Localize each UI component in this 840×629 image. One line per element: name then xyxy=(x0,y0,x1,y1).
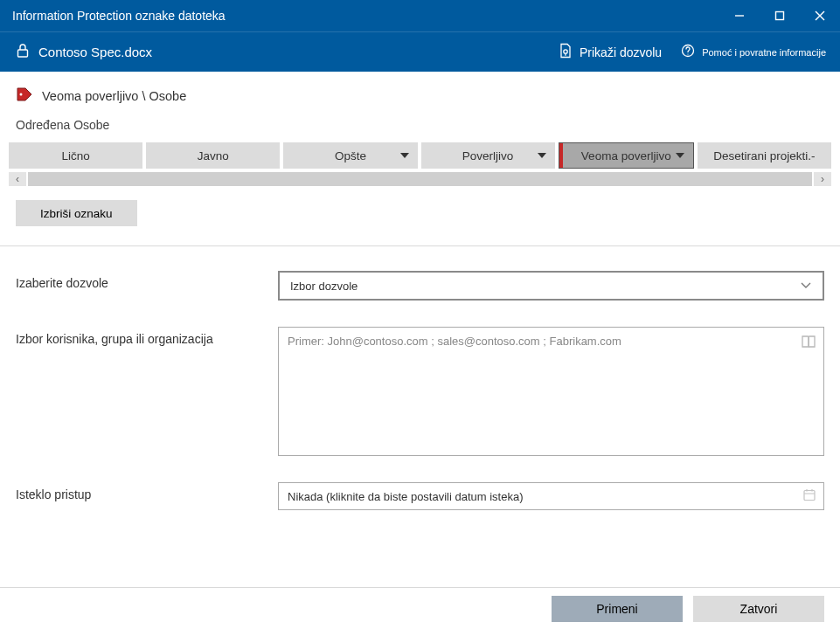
category-bar: Lično Javno Opšte Poverljivo Veoma pover… xyxy=(0,142,840,169)
scroll-track[interactable] xyxy=(28,172,812,186)
svg-point-7 xyxy=(688,53,689,54)
delete-label-button[interactable]: Izbriši oznaku xyxy=(16,200,137,226)
help-feedback-link[interactable]: Pomoć i povratne informacije xyxy=(681,44,826,60)
address-book-icon[interactable] xyxy=(801,335,816,351)
close-button[interactable] xyxy=(800,0,840,31)
category-desetirani-projekti[interactable]: Desetirani projekti.- xyxy=(698,142,831,169)
title-bar: Information Protection oznake datoteka xyxy=(0,0,840,31)
category-label: Veoma poverljivo xyxy=(581,149,671,162)
chevron-down-icon xyxy=(538,153,546,158)
calendar-icon xyxy=(802,488,816,505)
category-label: Desetirani projekti.- xyxy=(713,149,815,162)
category-veoma-poverljivo[interactable]: Veoma poverljivo xyxy=(559,142,694,169)
window-title: Information Protection oznake datoteka xyxy=(12,9,719,23)
minimize-button[interactable] xyxy=(719,0,760,31)
content-area: Veoma poverljivo \ Osobe Određena Osobe … xyxy=(0,72,840,629)
category-label: Opšte xyxy=(335,149,366,162)
category-licno[interactable]: Lično xyxy=(9,142,142,169)
lock-icon xyxy=(16,43,30,61)
chevron-down-icon xyxy=(800,281,812,290)
svg-rect-10 xyxy=(804,491,815,501)
permissions-label: Izaberite dozvole xyxy=(16,271,278,290)
scroll-right-button[interactable]: › xyxy=(814,172,831,186)
category-scroll-strip: ‹ › xyxy=(9,172,831,186)
permissions-form: Izaberite dozvole Izbor dozvole Izbor ko… xyxy=(0,246,840,519)
svg-point-5 xyxy=(564,50,567,53)
current-label-text: Veoma poverljivo \ Osobe xyxy=(42,89,186,103)
help-icon xyxy=(681,44,695,60)
delete-label-row: Izbriši oznaku xyxy=(0,186,840,240)
header-bar: Contoso Spec.docx Prikaži dozvolu Pomo xyxy=(0,31,840,72)
category-label: Javno xyxy=(198,149,229,162)
category-label: Lično xyxy=(61,149,89,162)
section-title: Određena Osobe xyxy=(0,114,840,142)
tag-icon xyxy=(16,86,33,106)
expire-input[interactable]: Nikada (kliknite da biste postavili datu… xyxy=(278,482,824,510)
scroll-left-button[interactable]: ‹ xyxy=(9,172,26,186)
show-permission-label: Prikaži dozvolu xyxy=(580,45,662,59)
chevron-down-icon xyxy=(676,153,684,158)
svg-point-8 xyxy=(20,93,23,96)
svg-rect-4 xyxy=(18,50,28,57)
apply-button[interactable]: Primeni xyxy=(552,596,683,622)
help-feedback-label: Pomoć i povratne informacije xyxy=(702,47,826,58)
svg-rect-1 xyxy=(776,12,784,20)
chevron-down-icon xyxy=(400,153,409,158)
footer: Primeni Zatvori xyxy=(0,587,840,629)
show-permission-link[interactable]: Prikaži dozvolu xyxy=(559,43,662,61)
expire-label: Isteklo pristup xyxy=(16,482,278,501)
category-label: Poverljivo xyxy=(462,149,514,162)
category-javno[interactable]: Javno xyxy=(146,142,280,169)
maximize-button[interactable] xyxy=(760,0,800,31)
document-permission-icon xyxy=(559,43,573,61)
expire-value: Nikada (kliknite da biste postavili datu… xyxy=(288,490,524,503)
users-label: Izbor korisnika, grupa ili organizacija xyxy=(16,327,278,346)
category-poverljivo[interactable]: Poverljivo xyxy=(421,142,555,169)
users-input[interactable] xyxy=(279,328,823,455)
permissions-select[interactable]: Izbor dozvole xyxy=(278,271,824,301)
close-dialog-button[interactable]: Zatvori xyxy=(693,596,824,622)
permissions-select-value: Izbor dozvole xyxy=(290,280,358,293)
category-opste[interactable]: Opšte xyxy=(283,142,417,169)
spacer xyxy=(0,519,840,587)
current-label-row: Veoma poverljivo \ Osobe xyxy=(0,72,840,114)
window: Information Protection oznake datoteka C… xyxy=(0,0,840,629)
users-field-wrap xyxy=(278,327,824,456)
file-info: Contoso Spec.docx xyxy=(16,43,539,61)
file-name: Contoso Spec.docx xyxy=(38,45,152,59)
